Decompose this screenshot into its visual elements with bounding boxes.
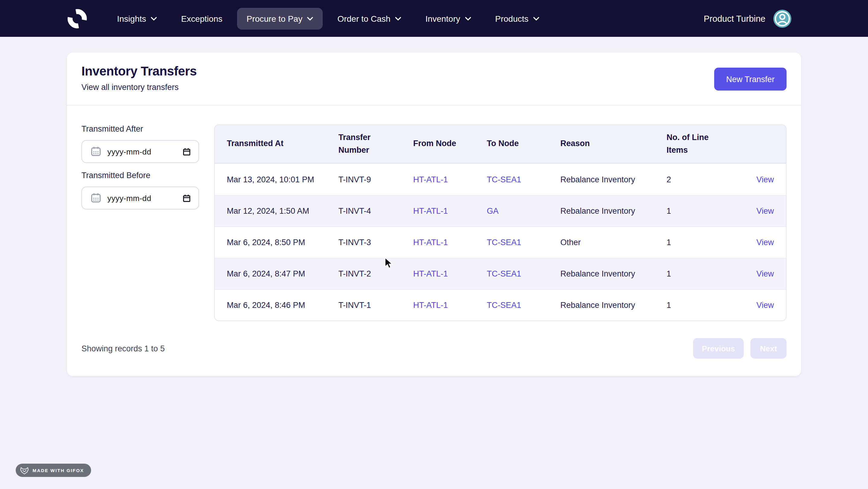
cell-transmitted-at: Mar 13, 2024, 10:01 PM <box>215 175 338 184</box>
from-node-link[interactable]: HT-ATL-1 <box>413 300 487 310</box>
view-link[interactable]: View <box>749 300 786 310</box>
date-placeholder: yyyy-mm-dd <box>107 147 177 156</box>
cell-line-items: 1 <box>666 206 749 215</box>
view-link[interactable]: View <box>749 206 786 215</box>
table-row[interactable]: Mar 6, 2024, 8:46 PM T-INVT-1 HT-ATL-1 T… <box>215 289 786 321</box>
cell-transmitted-at: Mar 6, 2024, 8:50 PM <box>215 238 338 247</box>
date-picker-icon[interactable] <box>183 194 191 202</box>
fox-icon <box>20 466 29 475</box>
to-node-link[interactable]: TC-SEA1 <box>487 175 560 184</box>
table-row[interactable]: Mar 6, 2024, 8:47 PM T-INVT-2 HT-ATL-1 T… <box>215 258 786 289</box>
cell-transmitted-at: Mar 6, 2024, 8:47 PM <box>215 269 338 278</box>
app-viewport: Insights Exceptions Procure to Pay Order… <box>0 0 868 489</box>
cell-transfer-number: T-INVT-9 <box>338 175 413 184</box>
cell-reason: Other <box>560 238 666 247</box>
page-title: Inventory Transfers <box>82 64 197 79</box>
pager-buttons: Previous Next <box>693 338 786 358</box>
nav-items: Insights Exceptions Procure to Pay Order… <box>107 7 554 29</box>
filters-panel: Transmitted After yyyy-mm-dd <box>82 124 199 321</box>
date-placeholder: yyyy-mm-dd <box>107 194 177 203</box>
cell-transfer-number: T-INVT-4 <box>338 206 413 215</box>
from-node-link[interactable]: HT-ATL-1 <box>413 175 487 184</box>
view-link[interactable]: View <box>749 269 786 278</box>
previous-button[interactable]: Previous <box>693 338 744 358</box>
transmitted-before-label: Transmitted Before <box>82 171 199 180</box>
chevron-down-icon <box>395 17 401 20</box>
nav-item-inventory[interactable]: Inventory <box>416 7 481 29</box>
view-link[interactable]: View <box>749 175 786 184</box>
navbar-left: Insights Exceptions Procure to Pay Order… <box>65 6 704 31</box>
chevron-down-icon <box>465 17 471 20</box>
from-node-link[interactable]: HT-ATL-1 <box>413 238 487 247</box>
card-content: Transmitted After yyyy-mm-dd <box>67 106 801 321</box>
nav-item-order-to-cash[interactable]: Order to Cash <box>328 7 411 29</box>
cell-reason: Rebalance Inventory <box>560 269 666 278</box>
card-header-text: Inventory Transfers View all inventory t… <box>82 64 197 92</box>
col-from-node: From Node <box>413 138 487 150</box>
table-header-row: Transmitted At Transfer Number From Node… <box>215 125 786 164</box>
chevron-down-icon <box>307 17 313 20</box>
cell-transfer-number: T-INVT-3 <box>338 238 413 247</box>
cell-line-items: 1 <box>666 238 749 247</box>
cell-line-items: 1 <box>666 269 749 278</box>
gifox-label: MADE WITH GIFOX <box>33 467 84 473</box>
chevron-down-icon <box>533 17 539 20</box>
cell-transfer-number: T-INVT-2 <box>338 269 413 278</box>
pagination-bar: Showing records 1 to 5 Previous Next <box>67 321 801 358</box>
cell-transmitted-at: Mar 12, 2024, 1:50 AM <box>215 206 338 215</box>
from-node-link[interactable]: HT-ATL-1 <box>413 269 487 278</box>
next-button[interactable]: Next <box>750 338 786 358</box>
cell-transfer-number: T-INVT-1 <box>338 300 413 310</box>
view-link[interactable]: View <box>749 238 786 247</box>
nav-item-exceptions[interactable]: Exceptions <box>172 7 232 29</box>
table-row[interactable]: Mar 12, 2024, 1:50 AM T-INVT-4 HT-ATL-1 … <box>215 195 786 226</box>
cell-reason: Rebalance Inventory <box>560 300 666 310</box>
card-header: Inventory Transfers View all inventory t… <box>67 53 801 106</box>
made-with-gifox-badge[interactable]: MADE WITH GIFOX <box>16 464 91 477</box>
table-row[interactable]: Mar 13, 2024, 10:01 PM T-INVT-9 HT-ATL-1… <box>215 164 786 195</box>
cell-line-items: 2 <box>666 175 749 184</box>
col-transfer-number: Transfer Number <box>338 131 413 157</box>
col-line-items: No. of Line Items <box>666 131 749 157</box>
records-summary: Showing records 1 to 5 <box>82 344 165 353</box>
transmitted-after-label: Transmitted After <box>82 124 199 134</box>
navbar-right: Product Turbine <box>704 9 792 27</box>
col-to-node: To Node <box>487 138 560 150</box>
cell-reason: Rebalance Inventory <box>560 206 666 215</box>
col-transmitted-at: Transmitted At <box>215 138 338 150</box>
user-name: Product Turbine <box>704 13 766 23</box>
top-navbar: Insights Exceptions Procure to Pay Order… <box>0 0 868 37</box>
calendar-icon <box>91 193 101 203</box>
transfers-table: Transmitted At Transfer Number From Node… <box>214 124 786 321</box>
table-row[interactable]: Mar 6, 2024, 8:50 PM T-INVT-3 HT-ATL-1 T… <box>215 226 786 258</box>
calendar-icon <box>91 146 101 157</box>
cell-transmitted-at: Mar 6, 2024, 8:46 PM <box>215 300 338 310</box>
chevron-down-icon <box>151 17 157 20</box>
transmitted-after-input[interactable]: yyyy-mm-dd <box>82 140 199 163</box>
to-node-link[interactable]: TC-SEA1 <box>487 269 560 278</box>
to-node-link[interactable]: GA <box>487 206 560 215</box>
cell-line-items: 1 <box>666 300 749 310</box>
page-subtitle: View all inventory transfers <box>82 83 197 92</box>
user-avatar-icon[interactable] <box>773 9 792 27</box>
to-node-link[interactable]: TC-SEA1 <box>487 238 560 247</box>
col-reason: Reason <box>560 138 666 150</box>
table-body: Mar 13, 2024, 10:01 PM T-INVT-9 HT-ATL-1… <box>215 164 786 321</box>
cell-reason: Rebalance Inventory <box>560 175 666 184</box>
to-node-link[interactable]: TC-SEA1 <box>487 300 560 310</box>
brand-logo-icon[interactable] <box>65 6 89 31</box>
new-transfer-button[interactable]: New Transfer <box>714 67 786 91</box>
inventory-transfers-card: Inventory Transfers View all inventory t… <box>67 53 801 376</box>
date-picker-icon[interactable] <box>183 148 191 155</box>
nav-item-procure-to-pay[interactable]: Procure to Pay <box>237 7 323 29</box>
from-node-link[interactable]: HT-ATL-1 <box>413 206 487 215</box>
transmitted-before-input[interactable]: yyyy-mm-dd <box>82 186 199 209</box>
nav-item-products[interactable]: Products <box>486 7 549 29</box>
nav-item-insights[interactable]: Insights <box>107 7 167 29</box>
